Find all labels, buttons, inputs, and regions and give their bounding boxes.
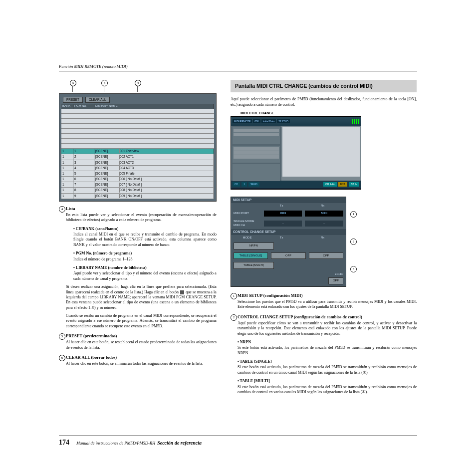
nrpn-button[interactable]: NRPN bbox=[234, 242, 274, 249]
page-number: 174 bbox=[59, 438, 69, 447]
rx-off-button[interactable]: OFF bbox=[309, 252, 343, 259]
pgm-change-table-screenshot: PRESET CLEAR ALL BANK PGM No. LIBRARY NA… bbox=[59, 93, 217, 202]
section-heading: CONTROL CHANGE SETUP (configuración de c… bbox=[238, 314, 417, 320]
num-6-icon: 6 bbox=[59, 355, 65, 361]
right-column: Pantalla MIDI CTRL CHANGE (cambios de co… bbox=[231, 80, 417, 395]
ctrl-change-screenshot: MIDI/REMOTE 000 Initial Data 22:27:05 CH… bbox=[231, 116, 361, 190]
table-row[interactable]: 16[SCENE]006 [ No Data! ] bbox=[61, 177, 214, 182]
echo-off-button[interactable]: OFF bbox=[328, 277, 343, 284]
callout-1-icon: 1 bbox=[350, 211, 357, 218]
table-multi-button[interactable]: TABLE [MULTI] bbox=[234, 262, 274, 269]
table-row[interactable]: 19[SCENE]009 [ No Data! ] bbox=[61, 194, 214, 199]
tx-port[interactable]: MIDI bbox=[264, 211, 302, 217]
sub-heading: NRPN bbox=[240, 340, 251, 344]
num-4-icon: 4 bbox=[59, 206, 65, 213]
manual-page: Función MIDI REMOTE (remoto MIDI) 5 6 4 … bbox=[0, 0, 476, 476]
sub-heading: TABLE [SINGLE] bbox=[240, 359, 272, 364]
sub-heading: LIBRARY NAME (nombre de biblioteca) bbox=[76, 265, 147, 270]
list-icon bbox=[180, 290, 184, 294]
table-row[interactable]: 18[SCENE]008 [ No Data! ] bbox=[61, 188, 214, 193]
table-row[interactable]: 14[SCENE]004 ACT3 bbox=[61, 166, 214, 171]
callout-3-icon: 3 bbox=[350, 266, 357, 272]
midi-setup-screenshot: MIDI SETUP TxRx MIDI PORTMIDIMIDI SINGLE… bbox=[231, 197, 346, 287]
section-1-midi-setup: 1 MIDI SETUP (configuración MIDI) Selecc… bbox=[231, 293, 417, 310]
sub-heading: CH/BANK (canal/banco) bbox=[76, 227, 119, 231]
callout-4-icon: 4 bbox=[135, 80, 141, 86]
table-single-button[interactable]: TABLE [SINGLE] bbox=[234, 252, 268, 259]
section-heading: CLEAR ALL (borrar todos) bbox=[66, 355, 217, 360]
rx-port[interactable]: MIDI bbox=[305, 211, 343, 217]
paragraph: Cuando se reciba un cambio de programa e… bbox=[66, 313, 217, 329]
screenshot-callouts: 1 2 3 bbox=[350, 197, 357, 287]
table-row[interactable]: 12[SCENE]002 ACT1 bbox=[61, 154, 214, 160]
tx-ch[interactable]: – bbox=[264, 221, 302, 227]
sub-heading: PGM No. (número de programa) bbox=[76, 251, 132, 255]
callout-labels: 5 6 4 bbox=[59, 80, 217, 92]
table-row[interactable]: 17[SCENE]007 [ No Data! ] bbox=[61, 182, 214, 188]
num-2-icon: 2 bbox=[231, 314, 237, 321]
section-heading: Lista bbox=[66, 206, 217, 212]
table-row[interactable]: 15[SCENE]005 Finale bbox=[61, 171, 214, 177]
callout-6-icon: 6 bbox=[101, 80, 108, 86]
section-4-lista: 4 Lista En esta lista puede ver y selecc… bbox=[59, 206, 217, 281]
preset-button[interactable]: PRESET bbox=[63, 97, 83, 103]
table-body: 11[SCENE]001 Overview12[SCENE]002 ACT113… bbox=[61, 109, 214, 199]
left-column: 5 6 4 PRESET CLEAR ALL BANK PGM No. LIBR… bbox=[59, 80, 217, 395]
section-heading: MIDI SETUP (configuración MIDI) bbox=[238, 293, 417, 298]
intro-text: Aquí puede seleccionar el parámetro de P… bbox=[231, 97, 417, 107]
page-footer: 174 Manual de instrucciones de PM5D/PM5D… bbox=[59, 436, 417, 447]
running-header: Función MIDI REMOTE (remoto MIDI) bbox=[59, 64, 128, 69]
table-header: BANK PGM No. LIBRARY NAME bbox=[61, 104, 214, 109]
section-title: Pantalla MIDI CTRL CHANGE (cambios de co… bbox=[231, 80, 417, 92]
clear-all-button[interactable]: CLEAR ALL bbox=[85, 97, 110, 103]
table-row[interactable]: 13[SCENE]003 ACT2 bbox=[61, 160, 214, 166]
rx-ch[interactable]: – bbox=[305, 221, 343, 227]
paragraph: Si desea realizar una asignación, haga c… bbox=[66, 284, 217, 310]
section-6-clear-all: 6 CLEAR ALL (borrar todos) Al hacer clic… bbox=[59, 355, 217, 366]
figure-label: MIDI CTRL CHANGE bbox=[240, 111, 417, 115]
section-heading: PRESET (predeterminados) bbox=[66, 333, 217, 339]
section-2-ctrl-change-setup: 2 CONTROL CHANGE SETUP (configuración de… bbox=[231, 314, 417, 336]
callout-2-icon: 2 bbox=[350, 238, 357, 245]
tx-off-button[interactable]: OFF bbox=[271, 252, 305, 259]
sub-heading: TABLE [MULTI] bbox=[240, 379, 270, 383]
num-1-icon: 1 bbox=[231, 293, 237, 299]
num-5-icon: 5 bbox=[59, 333, 65, 340]
section-5-preset: 5 PRESET (predeterminados) Al hacer clic… bbox=[59, 333, 217, 350]
callout-5-icon: 5 bbox=[70, 80, 76, 86]
header-rule bbox=[59, 71, 417, 71]
table-row[interactable]: 11[SCENE]001 Overview bbox=[61, 149, 214, 154]
